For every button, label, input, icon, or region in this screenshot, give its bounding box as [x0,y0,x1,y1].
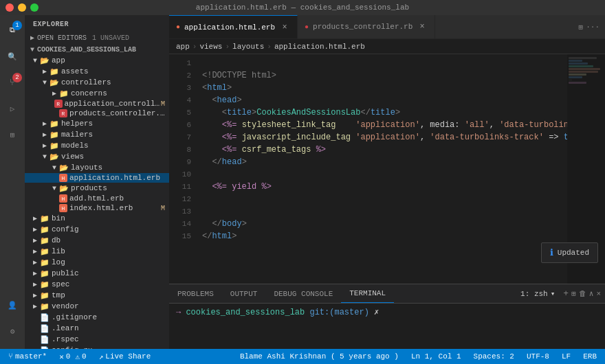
split-terminal-icon[interactable]: ⊞ [571,289,576,298]
tree-item-helpers[interactable]: ▶ 📁 helpers [25,118,169,129]
close-terminal-icon[interactable]: × [596,290,601,298]
terminal-shell-select[interactable]: 1: zsh ▾ [515,289,560,298]
status-live-share-label: Live Share [105,352,151,361]
status-spaces-label: Spaces: 2 [474,352,514,361]
extensions-icon: ⊞ [10,130,15,139]
tab-application-html-erb[interactable]: ● application.html.erb × [169,15,298,38]
title-bar: application.html.erb — cookies_and_sessi… [0,0,605,15]
tab-close-btn[interactable]: × [279,22,290,33]
chevron-right-icon: ▶ [30,225,40,234]
tab-actions: ⊞ ··· [573,15,605,38]
status-position[interactable]: Ln 1, Col 1 [408,349,464,364]
activity-account[interactable]: 👤 [0,293,25,317]
project-section[interactable]: ▼ COOKIES_AND_SESSIONS_LAB [25,43,169,55]
tree-item-vendor[interactable]: ▶ 📁 vendor [25,301,169,312]
live-share-icon: ↗ [99,352,104,361]
status-line-ending[interactable]: LF [559,349,573,364]
activity-source-control[interactable]: ⑂ 2 [0,70,25,95]
tree-item-models[interactable]: ▶ 📁 models [25,140,169,151]
split-editor-icon[interactable]: ⊞ [579,23,584,32]
tree-item-lib[interactable]: ▶ 📁 lib [25,246,169,257]
tree-label-db: db [52,236,60,244]
tree-item-views[interactable]: ▼ 📂 views [25,151,169,162]
status-warnings-label: 0 [82,352,87,361]
terminal-tab-problems[interactable]: PROBLEMS [169,284,222,303]
tree-item-application-html-erb[interactable]: H application.html.erb [25,173,169,183]
tree-label-lib: lib [52,247,65,255]
terminal-dir: cookies_and_sessions_lab [186,308,305,317]
tree-item-index-html-erb[interactable]: H index.html.erb M [25,203,169,213]
error-icon: ✕ [59,352,64,361]
status-branch[interactable]: ⑂ master* [6,349,50,364]
trash-terminal-icon[interactable]: 🗑 [579,289,586,298]
tree-item-gitignore[interactable]: 📄 .gitignore [25,312,169,323]
status-right: Blame Ashi Krishnan ( 5 years ago ) Ln 1… [237,349,600,364]
code-content[interactable]: <!DOCTYPE html> <html> <head> <title>Coo… [197,54,567,284]
more-actions-icon[interactable]: ··· [586,23,600,31]
folder-icon: 📁 [59,89,69,98]
maximize-btn[interactable] [30,3,38,12]
tree-item-db[interactable]: ▶ 📁 db [25,235,169,246]
add-terminal-icon[interactable]: + [563,288,569,299]
chevron-right-icon: ▶ [30,291,40,300]
account-icon: 👤 [8,301,17,310]
activity-search[interactable]: 🔍 [0,44,25,69]
breadcrumb-layouts[interactable]: layouts [232,43,264,51]
minimize-btn[interactable] [18,3,26,12]
activity-debug[interactable]: ▷ [0,96,25,121]
breadcrumb-current[interactable]: application.html.erb [274,43,365,51]
activity-explorer[interactable]: ⧉ 1 [0,18,25,43]
status-blame[interactable]: Blame Ashi Krishnan ( 5 years ago ) [237,349,402,364]
tree-item-tmp[interactable]: ▶ 📁 tmp [25,290,169,301]
chevron-right-icon: ▶ [30,258,40,267]
tree-item-controllers[interactable]: ▼ 📂 controllers [25,77,169,88]
activity-extensions[interactable]: ⊞ [0,122,25,147]
tab-close-btn[interactable]: × [417,21,428,32]
open-editors-section[interactable]: ▶ OPEN EDITORS 1 UNSAVED [25,31,169,43]
chevron-up-icon[interactable]: ∧ [589,289,594,298]
activity-settings[interactable]: ⚙ [0,319,25,343]
tree-item-log[interactable]: ▶ 📁 log [25,257,169,268]
terminal-content[interactable]: → cookies_and_sessions_lab git:(master) … [169,304,605,349]
terminal-tab-terminal[interactable]: TERMINAL [341,284,394,303]
tree-label-public: public [52,269,79,277]
breadcrumb-app[interactable]: app [176,43,190,51]
status-encoding[interactable]: UTF-8 [524,349,552,364]
tree-item-assets[interactable]: ▶ 📁 assets [25,66,169,77]
terminal-cursor: ✗ [374,308,379,317]
tree-item-bin[interactable]: ▶ 📁 bin [25,213,169,224]
tree-item-learn[interactable]: 📄 .learn [25,323,169,334]
modified-badge: M [161,205,165,212]
open-editors-label: OPEN EDITORS [37,34,87,42]
tree-item-mailers[interactable]: ▶ 📁 mailers [25,129,169,140]
tree-item-products[interactable]: ▼ 📂 products [25,183,169,194]
close-btn[interactable] [6,3,14,12]
chevron-down-icon: ▾ [551,289,556,298]
tree-item-rspec[interactable]: 📄 .rspec [25,334,169,345]
code-editor[interactable]: 1 2 3 4 5 6 7 8 9 10 11 12 13 14 15 <!DO… [169,54,567,284]
tree-item-concerns[interactable]: ▶ 📁 concerns [25,88,169,99]
status-spaces[interactable]: Spaces: 2 [471,349,517,364]
tab-products-controller[interactable]: ● products_controller.rb × [298,15,435,38]
terminal-tab-output[interactable]: OUTPUT [222,284,266,303]
status-errors[interactable]: ✕ 0 ⚠ 0 [56,349,89,364]
tree-item-layouts[interactable]: ▼ 📂 layouts [25,162,169,173]
tree-label-app-html-erb: application.html.erb [69,174,160,182]
info-icon: ℹ [550,247,553,258]
tree-item-spec[interactable]: ▶ 📁 spec [25,279,169,290]
file-rb-icon: R [59,109,67,117]
breadcrumb-views[interactable]: views [199,43,222,51]
breadcrumb-sep2: › [225,43,230,51]
status-language[interactable]: ERB [580,349,600,364]
tree-item-application-controller[interactable]: R application_controller.rb M [25,99,169,109]
folder-open-icon: 📂 [50,152,59,161]
tree-item-add-html-erb[interactable]: H add.html.erb [25,194,169,203]
tree-item-public[interactable]: ▶ 📁 public [25,268,169,279]
tab-label-app-html-erb: application.html.erb [184,23,275,32]
tree-item-products-controller[interactable]: R products_controller.rb [25,109,169,118]
status-live-share[interactable]: ↗ Live Share [96,349,154,364]
file-erb-icon: H [59,204,67,212]
tree-item-config[interactable]: ▶ 📁 config [25,224,169,235]
tree-item-app[interactable]: ▼ 📂 app [25,55,169,66]
terminal-tab-debug-console[interactable]: DEBUG CONSOLE [265,284,341,303]
